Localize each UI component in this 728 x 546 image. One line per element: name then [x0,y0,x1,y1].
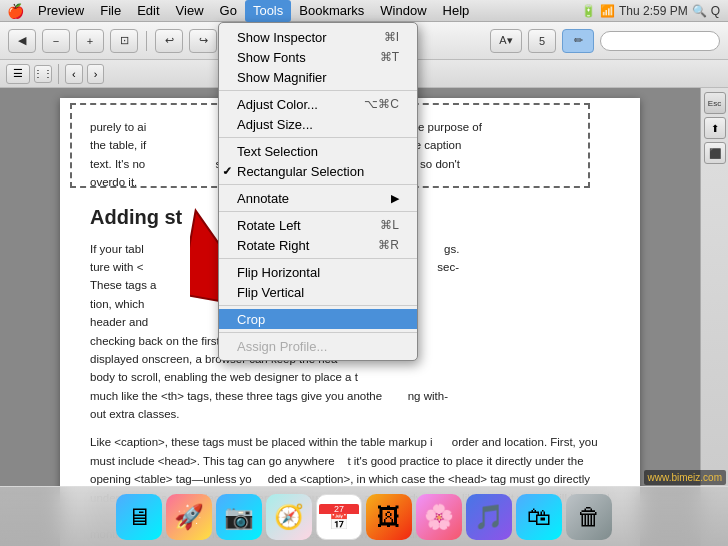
menu-flip-horizontal[interactable]: Flip Horizontal [219,262,417,282]
rotate-right-label: Rotate Right [237,238,309,253]
esc-button[interactable]: Esc [704,92,726,114]
dropdown-sep-3 [219,184,417,185]
watermark-text: www.bimeiz.com [644,470,726,485]
dock-photos[interactable]: 🌸 [416,494,462,540]
menu-annotate[interactable]: Annotate ▶ [219,188,417,208]
menu-tools[interactable]: Tools [245,0,291,22]
wifi-icon: 📶 [600,4,615,18]
menu-adjust-size[interactable]: Adjust Size... [219,114,417,134]
rectangular-selection-label: Rectangular Selection [237,164,364,179]
menu-rotate-right[interactable]: Rotate Right ⌘R [219,235,417,255]
menu-go[interactable]: Go [212,0,245,22]
menubar: 🍎 Preview File Edit View Go Tools Bookma… [0,0,728,22]
thumbnails-button[interactable]: ☰ [6,64,30,84]
dropdown-sep-6 [219,305,417,306]
dock-trash[interactable]: 🗑 [566,494,612,540]
rotate-right-shortcut: ⌘R [378,238,399,252]
grid-button[interactable]: ⋮⋮ [34,65,52,83]
dropdown-sep-2 [219,137,417,138]
markup-button[interactable]: ✏ [562,29,594,53]
dock-calendar[interactable]: 27 📅 [316,494,362,540]
prev-page-button[interactable]: ‹ [65,64,83,84]
show-inspector-label: Show Inspector [237,30,327,45]
show-magnifier-label: Show Magnifier [237,70,327,85]
dock-icon-4[interactable]: 🧭 [266,494,312,540]
rotate-right-button[interactable]: ↪ [189,29,217,53]
assign-profile-label: Assign Profile... [237,339,327,354]
menu-rectangular-selection[interactable]: ✓ Rectangular Selection [219,161,417,181]
menu-file[interactable]: File [92,0,129,22]
watermark-badge: www.bimeiz.com [644,469,726,484]
search-icon[interactable]: 🔍 [692,4,707,18]
menu-preview[interactable]: Preview [30,0,92,22]
app-window: 🍎 Preview File Edit View Go Tools Bookma… [0,0,728,546]
note-button[interactable]: 5 [528,29,556,53]
flip-horizontal-label: Flip Horizontal [237,265,320,280]
show-fonts-shortcut: ⌘T [380,50,399,64]
dropdown-sep-1 [219,90,417,91]
menubar-right: 🔋 📶 Thu 2:59 PM 🔍 Q [581,4,728,18]
search-input[interactable] [600,31,720,51]
menu-view[interactable]: View [168,0,212,22]
annotate-arrow-icon: ▶ [391,192,399,205]
adjust-size-label: Adjust Size... [237,117,313,132]
rotate-left-shortcut: ⌘L [380,218,399,232]
next-page-button[interactable]: › [87,64,105,84]
dock-icon-3[interactable]: 📷 [216,494,262,540]
doc-line-4: overdo it. [90,176,137,188]
highlight-button[interactable]: A▾ [490,29,522,53]
dock: 🖥 🚀 📷 🧭 27 📅 🖼 🌸 🎵 🛍 🗑 [0,486,728,546]
menu-adjust-color[interactable]: Adjust Color... ⌥⌘C [219,94,417,114]
menu-show-fonts[interactable]: Show Fonts ⌘T [219,47,417,67]
zoom-out-button[interactable]: − [42,29,70,53]
toolbar-separator-1 [146,31,147,51]
menu-assign-profile[interactable]: Assign Profile... [219,336,417,356]
menu-flip-vertical[interactable]: Flip Vertical [219,282,417,302]
menu-rotate-left[interactable]: Rotate Left ⌘L [219,215,417,235]
adjust-color-label: Adjust Color... [237,97,318,112]
dock-appstore[interactable]: 🛍 [516,494,562,540]
dock-launchpad[interactable]: 🚀 [166,494,212,540]
annotate-label: Annotate [237,191,289,206]
rotate-left-label: Rotate Left [237,218,301,233]
menu-show-magnifier[interactable]: Show Magnifier [219,67,417,87]
menu-show-inspector[interactable]: Show Inspector ⌘I [219,27,417,47]
menu-text-selection[interactable]: Text Selection [219,141,417,161]
time-display: Thu 2:59 PM [619,4,688,18]
flip-vertical-label: Flip Vertical [237,285,304,300]
adjust-color-shortcut: ⌥⌘C [364,97,399,111]
dock-itunes[interactable]: 🎵 [466,494,512,540]
tools-dropdown: Show Inspector ⌘I Show Fonts ⌘T Show Mag… [218,22,418,361]
sidebar-btn-1[interactable]: ⬆ [704,117,726,139]
menu-window[interactable]: Window [372,0,434,22]
dropdown-sep-5 [219,258,417,259]
apple-logo[interactable]: 🍎 [0,0,30,22]
dock-preview[interactable]: 🖼 [366,494,412,540]
fit-button[interactable]: ⊡ [110,29,138,53]
battery-icon: 🔋 [581,4,596,18]
dropdown-sep-7 [219,332,417,333]
text-selection-label: Text Selection [237,144,318,159]
show-fonts-label: Show Fonts [237,50,306,65]
dropdown-sep-4 [219,211,417,212]
menubar-left: 🍎 Preview File Edit View Go Tools Bookma… [0,0,477,21]
menu-edit[interactable]: Edit [129,0,167,22]
menu-help[interactable]: Help [435,0,478,22]
crop-label: Crop [237,312,265,327]
menu-q[interactable]: Q [711,4,720,18]
dock-finder[interactable]: 🖥 [116,494,162,540]
menu-bookmarks[interactable]: Bookmarks [291,0,372,22]
menu-crop[interactable]: Crop [219,309,417,329]
toolbar2-sep [58,64,59,84]
sidebar-btn-2[interactable]: ⬛ [704,142,726,164]
rotate-left-button[interactable]: ↩ [155,29,183,53]
zoom-in-button[interactable]: + [76,29,104,53]
back-button[interactable]: ◀ [8,29,36,53]
show-inspector-shortcut: ⌘I [384,30,399,44]
